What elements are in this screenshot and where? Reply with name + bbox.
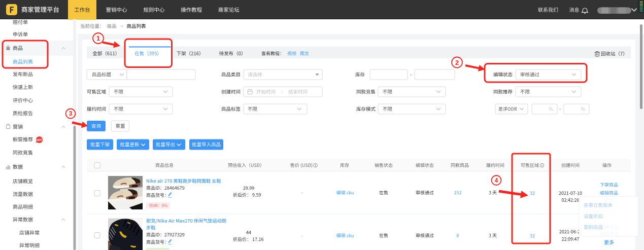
svg-text:-: - <box>410 72 412 77</box>
svg-text:4: 4 <box>495 177 498 184</box>
svg-text:2: 2 <box>455 59 459 66</box>
svg-text:1: 1 <box>96 34 100 42</box>
svg-text:HOT: HOT <box>37 138 43 141</box>
svg-text:3: 3 <box>69 110 73 117</box>
